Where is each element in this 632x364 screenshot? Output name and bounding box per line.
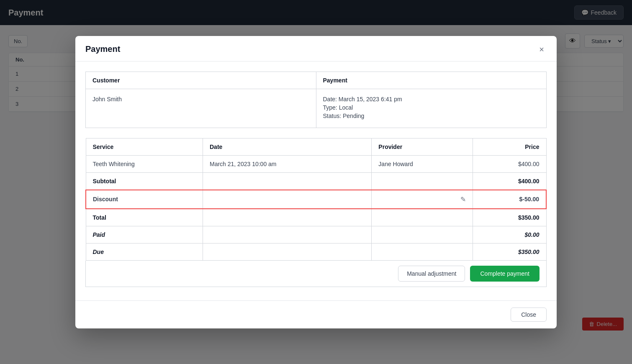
payment-details: Date: March 15, 2023 6:41 pm Type: Local… [316, 89, 547, 128]
total-label: Total [86, 209, 203, 226]
close-button[interactable]: Close [511, 308, 547, 322]
total-row: Total $350.00 [86, 209, 546, 226]
discount-empty-date [203, 190, 371, 209]
provider-col-header: Provider [372, 138, 473, 155]
paid-row: Paid $0.00 [86, 226, 546, 243]
subtotal-empty-date [203, 172, 371, 190]
due-value: $350.00 [473, 243, 546, 260]
payment-header: Payment [316, 72, 547, 89]
customer-payment-info-table: Customer Payment John Smith Date: March … [85, 72, 547, 128]
subtotal-value: $400.00 [473, 172, 546, 190]
paid-label: Paid [86, 226, 203, 243]
payment-type-line: Type: Local [323, 104, 540, 111]
subtotal-empty-provider [372, 172, 473, 190]
modal-footer: Close [75, 300, 557, 328]
payment-modal: Payment × Customer Payment John Smith Da… [75, 36, 557, 328]
discount-edit-cell: ✎ [372, 190, 473, 209]
service-provider-cell: Jane Howard [372, 155, 473, 172]
date-col-header: Date [203, 138, 371, 155]
payment-date-line: Date: March 15, 2023 6:41 pm [323, 96, 540, 103]
service-price-cell: $400.00 [473, 155, 546, 172]
service-date-cell: March 21, 2023 10:00 am [203, 155, 371, 172]
modal-title: Payment [85, 44, 120, 54]
price-col-header: Price [473, 138, 546, 155]
due-row: Due $350.00 [86, 243, 546, 260]
paid-value: $0.00 [473, 226, 546, 243]
payment-status-line: Status: Pending [323, 113, 540, 119]
customer-name: John Smith [86, 89, 316, 128]
action-row: Manual adjustment Complete payment [85, 261, 547, 287]
subtotal-row: Subtotal $400.00 [86, 172, 546, 190]
discount-row: Discount ✎ $-50.00 [86, 190, 546, 209]
customer-header: Customer [86, 72, 316, 89]
subtotal-label: Subtotal [86, 172, 203, 190]
service-name-cell: Teeth Whitening [86, 155, 203, 172]
discount-edit-icon[interactable]: ✎ [460, 195, 466, 203]
modal-header: Payment × [75, 36, 557, 62]
modal-close-button[interactable]: × [537, 44, 547, 54]
service-row: Teeth Whitening March 21, 2023 10:00 am … [86, 155, 546, 172]
modal-overlay: Payment × Customer Payment John Smith Da… [0, 0, 632, 364]
service-col-header: Service [86, 138, 203, 155]
discount-label: Discount [86, 190, 203, 209]
due-label: Due [86, 243, 203, 260]
modal-body: Customer Payment John Smith Date: March … [75, 62, 557, 297]
total-value: $350.00 [473, 209, 546, 226]
services-table: Service Date Provider Price Teeth Whiten… [85, 138, 547, 261]
complete-payment-button[interactable]: Complete payment [470, 266, 540, 282]
manual-adjustment-button[interactable]: Manual adjustment [398, 266, 465, 282]
discount-value: $-50.00 [473, 190, 546, 209]
